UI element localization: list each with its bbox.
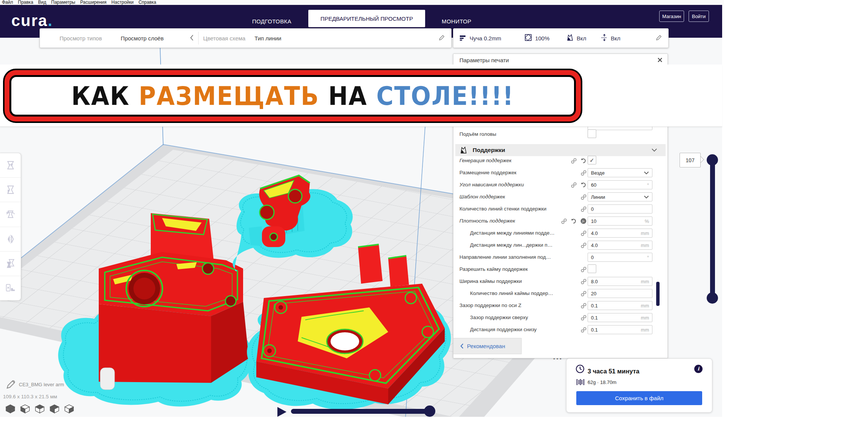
view-right-cube-icon[interactable] [64, 404, 74, 415]
menu-item-6[interactable]: Справка [138, 0, 156, 5]
layer-slider-track[interactable] [710, 160, 715, 298]
edit-settings-pencil-icon[interactable] [656, 34, 662, 42]
link-icon[interactable] [580, 194, 587, 200]
menu-item-4[interactable]: Расширения [80, 0, 107, 5]
layer-slider-lower-handle[interactable] [707, 292, 718, 304]
link-icon[interactable] [580, 230, 587, 236]
save-to-file-button[interactable]: Сохранить в файл [576, 391, 702, 405]
link-icon[interactable] [571, 158, 577, 164]
setting-checkbox[interactable]: ✓ [588, 156, 596, 164]
setting-label: Ширина каймы поддержки [459, 278, 522, 284]
setting-input[interactable]: 60° [588, 180, 652, 189]
support-icon [460, 146, 467, 154]
menu-item-2[interactable]: Вид [38, 0, 46, 5]
setting-value: 0.1 [591, 303, 641, 309]
scale-tool-button[interactable] [0, 178, 21, 202]
move-tool-button[interactable] [0, 153, 21, 178]
setting-label: Направление линии заполнения поддержек [459, 254, 554, 260]
link-icon[interactable] [580, 266, 587, 273]
playback-slider-handle[interactable] [424, 405, 435, 417]
chevron-down-icon [651, 147, 657, 154]
setting-input[interactable]: 8.0mm [588, 277, 652, 286]
revert-icon[interactable] [571, 218, 577, 224]
menu-item-5[interactable]: Настройки [112, 0, 134, 5]
link-icon[interactable] [580, 170, 587, 176]
setting-select[interactable]: Линии [588, 192, 652, 201]
link-icon[interactable] [580, 278, 587, 285]
setting-select[interactable]: Везде [588, 168, 652, 177]
link-icon[interactable] [580, 327, 587, 333]
setting-input[interactable]: 20 [588, 289, 652, 298]
setting-input[interactable]: 0° [588, 253, 652, 262]
clock-icon [576, 364, 585, 373]
link-icon[interactable] [580, 315, 587, 321]
setting-value: 4.0 [591, 243, 641, 248]
sign-in-button[interactable]: Войти [689, 11, 709, 22]
view-type-value[interactable]: Просмотр слоёв [121, 35, 164, 41]
setting-label: Подъём головы [459, 131, 496, 137]
link-icon[interactable] [580, 290, 587, 297]
banner-text: КАК РАЗМЕЩАТЬ НА СТОЛЕ!!!! [71, 81, 514, 111]
play-button[interactable] [277, 407, 286, 417]
setting-input[interactable]: 4.0mm [588, 241, 652, 250]
view-type-label: Просмотр типов [60, 35, 102, 41]
chevron-left-icon[interactable] [190, 34, 194, 42]
view-front-cube-icon[interactable] [20, 404, 30, 415]
fx-icon[interactable]: fx [580, 218, 587, 224]
rotate-tool-button[interactable] [0, 202, 21, 227]
setting-row: Дистанция между лин...держки первого сло… [453, 239, 667, 251]
menu-item-1[interactable]: Правка [18, 0, 34, 5]
setting-unit: mm [641, 315, 649, 321]
setting-unit: % [644, 218, 649, 224]
view-top-cube-icon[interactable] [35, 404, 45, 415]
setting-input[interactable]: 10% [588, 217, 652, 226]
playback-slider-track[interactable] [291, 409, 433, 414]
cura-logo: cura. [11, 12, 53, 29]
tab-preview[interactable]: ПРЕДВАРИТЕЛЬНЫЙ ПРОСМОТР [308, 10, 425, 27]
view-3d-cube-icon[interactable] [5, 404, 15, 415]
recommended-mode-button[interactable]: Рекомендован [453, 338, 522, 354]
link-icon[interactable] [571, 182, 577, 188]
color-scheme-value[interactable]: Тип линии [254, 35, 281, 41]
revert-icon[interactable] [580, 182, 587, 188]
link-icon[interactable] [561, 218, 567, 224]
material-spool-icon [576, 378, 585, 386]
setting-label: Генерация поддержек [459, 158, 511, 163]
close-icon[interactable] [657, 57, 663, 63]
marketplace-button[interactable]: Магазин [659, 11, 684, 22]
link-icon[interactable] [580, 303, 587, 309]
edit-view-pencil-icon[interactable] [439, 34, 445, 42]
setting-input[interactable]: 0.1mm [588, 313, 652, 322]
info-icon[interactable]: i [694, 365, 703, 373]
link-icon[interactable] [580, 206, 587, 212]
print-settings-summary-card[interactable]: Чуча 0.2mm 100% Вкл Вкл [453, 28, 669, 48]
revert-icon[interactable] [580, 158, 587, 164]
view-left-cube-icon[interactable] [49, 404, 60, 415]
support-blocker-button[interactable] [0, 276, 21, 300]
link-icon[interactable] [580, 242, 587, 249]
setting-checkbox[interactable] [588, 129, 596, 138]
setting-input[interactable]: 0.1mm [588, 325, 652, 334]
layer-slider-upper-handle[interactable] [707, 154, 718, 166]
view-mode-card: Просмотр типов Просмотр слоёв Цветовая с… [40, 28, 452, 48]
rename-model-pencil-icon[interactable] [6, 379, 16, 389]
setting-label: Количество линий стенки поддержки [459, 206, 547, 212]
setting-value: Линии [591, 194, 644, 200]
current-layer-value[interactable]: 107 [680, 153, 701, 167]
setting-input[interactable]: 4.0mm [588, 229, 652, 238]
per-model-settings-button[interactable] [0, 252, 21, 276]
setting-input[interactable]: 0 [588, 204, 652, 213]
panel-resize-handle[interactable]: ••• [553, 356, 563, 362]
panel-scrollbar[interactable] [656, 282, 660, 306]
setting-checkbox[interactable] [588, 264, 596, 273]
menu-item-3[interactable]: Параметры [51, 0, 75, 5]
setting-input[interactable]: 0.1mm [588, 301, 652, 310]
infill-value: 100% [535, 35, 550, 41]
model-dimensions: 109.6 x 110.3 x 21.5 мм [3, 394, 57, 399]
setting-unit: mm [641, 243, 649, 248]
setting-value: 0.1 [591, 327, 641, 333]
setting-label: Угол нависания поддержки [459, 182, 524, 187]
mirror-tool-button[interactable] [0, 227, 21, 252]
setting-label: Плотность поддержек [459, 218, 515, 224]
menu-item-0[interactable]: Файл [2, 0, 13, 5]
